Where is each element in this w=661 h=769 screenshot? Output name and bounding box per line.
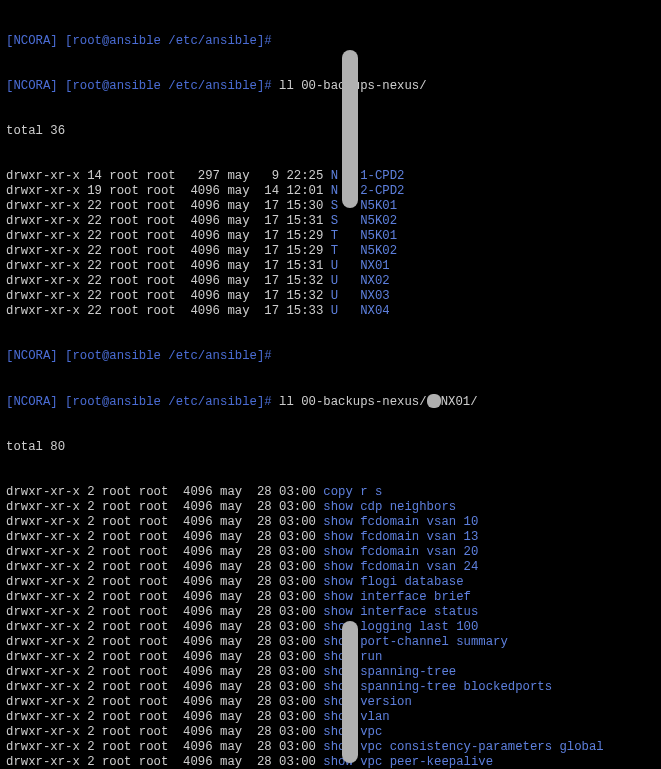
terminal[interactable]: [NCORA] [root@ansible /etc/ansible]# [NC… bbox=[0, 0, 661, 769]
command: ll 00-backups-nexus/NX01/ bbox=[279, 395, 478, 409]
redaction-pill bbox=[342, 621, 358, 763]
dir-name: show cdp neighbors bbox=[323, 500, 456, 514]
list-row: drwxr-xr-x 22 root root 4096 may 17 15:2… bbox=[6, 229, 655, 244]
list-row: drwxr-xr-x 22 root root 4096 may 17 15:3… bbox=[6, 274, 655, 289]
list-row: drwxr-xr-x 2 root root 4096 may 28 03:00… bbox=[6, 530, 655, 545]
dir-name: U NX01 bbox=[331, 259, 390, 273]
list-row: drwxr-xr-x 2 root root 4096 may 28 03:00… bbox=[6, 740, 655, 755]
list-row: drwxr-xr-x 2 root root 4096 may 28 03:00… bbox=[6, 545, 655, 560]
list-row: drwxr-xr-x 2 root root 4096 may 28 03:00… bbox=[6, 635, 655, 650]
list-row: drwxr-xr-x 22 root root 4096 may 17 15:3… bbox=[6, 199, 655, 214]
list-row: drwxr-xr-x 2 root root 4096 may 28 03:00… bbox=[6, 755, 655, 769]
dir-name: show fcdomain vsan 20 bbox=[323, 545, 478, 559]
redaction-pill bbox=[342, 50, 358, 208]
list-row: drwxr-xr-x 2 root root 4096 may 28 03:00… bbox=[6, 650, 655, 665]
list-row: drwxr-xr-x 2 root root 4096 may 28 03:00… bbox=[6, 680, 655, 695]
list-row: drwxr-xr-x 2 root root 4096 may 28 03:00… bbox=[6, 500, 655, 515]
list-row: drwxr-xr-x 2 root root 4096 may 28 03:00… bbox=[6, 665, 655, 680]
directory-listing: drwxr-xr-x 2 root root 4096 may 28 03:00… bbox=[6, 485, 655, 769]
list-row: drwxr-xr-x 22 root root 4096 may 17 15:2… bbox=[6, 244, 655, 259]
dir-name: show fcdomain vsan 13 bbox=[323, 530, 478, 544]
dir-name: T N5K01 bbox=[331, 229, 397, 243]
list-row: drwxr-xr-x 19 root root 4096 may 14 12:0… bbox=[6, 184, 655, 199]
list-row: drwxr-xr-x 2 root root 4096 may 28 03:00… bbox=[6, 590, 655, 605]
prompt-line: [NCORA] [root@ansible /etc/ansible]# ll … bbox=[6, 394, 655, 410]
list-row: drwxr-xr-x 22 root root 4096 may 17 15:3… bbox=[6, 304, 655, 319]
prompt-host: [NCORA] [root@ansible /etc/ansible]# bbox=[6, 34, 272, 48]
dir-name: copy r s bbox=[323, 485, 382, 499]
list-row: drwxr-xr-x 22 root root 4096 may 17 15:3… bbox=[6, 259, 655, 274]
list-row: drwxr-xr-x 2 root root 4096 may 28 03:00… bbox=[6, 560, 655, 575]
dir-name: U NX03 bbox=[331, 289, 390, 303]
list-row: drwxr-xr-x 22 root root 4096 may 17 15:3… bbox=[6, 289, 655, 304]
prompt-line: [NCORA] [root@ansible /etc/ansible]# bbox=[6, 34, 655, 49]
prompt-line: [NCORA] [root@ansible /etc/ansible]# ll … bbox=[6, 79, 655, 94]
list-row: drwxr-xr-x 14 root root 297 may 9 22:25 … bbox=[6, 169, 655, 184]
dir-name: U NX04 bbox=[331, 304, 390, 318]
prompt-host: [NCORA] [root@ansible /etc/ansible]# bbox=[6, 79, 272, 93]
dir-name: U NX02 bbox=[331, 274, 390, 288]
dir-name: show interface brief bbox=[323, 590, 471, 604]
dir-name: show vpc consistency-parameters global bbox=[323, 740, 603, 754]
redaction bbox=[427, 394, 441, 408]
total-line: total 80 bbox=[6, 440, 655, 455]
dir-name: show fcdomain vsan 24 bbox=[323, 560, 478, 574]
list-row: drwxr-xr-x 2 root root 4096 may 28 03:00… bbox=[6, 620, 655, 635]
list-row: drwxr-xr-x 2 root root 4096 may 28 03:00… bbox=[6, 485, 655, 500]
prompt-line: [NCORA] [root@ansible /etc/ansible]# bbox=[6, 349, 655, 364]
prompt-host: [NCORA] [root@ansible /etc/ansible]# bbox=[6, 349, 272, 363]
list-row: drwxr-xr-x 2 root root 4096 may 28 03:00… bbox=[6, 725, 655, 740]
dir-name: show interface status bbox=[323, 605, 478, 619]
list-row: drwxr-xr-x 2 root root 4096 may 28 03:00… bbox=[6, 695, 655, 710]
dir-name: T N5K02 bbox=[331, 244, 397, 258]
dir-name: S N5K01 bbox=[331, 199, 397, 213]
directory-listing: drwxr-xr-x 14 root root 297 may 9 22:25 … bbox=[6, 169, 655, 319]
list-row: drwxr-xr-x 2 root root 4096 may 28 03:00… bbox=[6, 605, 655, 620]
prompt-host: [NCORA] [root@ansible /etc/ansible]# bbox=[6, 395, 272, 409]
dir-name: show fcdomain vsan 10 bbox=[323, 515, 478, 529]
dir-name: S N5K02 bbox=[331, 214, 397, 228]
dir-name: show version bbox=[323, 695, 412, 709]
list-row: drwxr-xr-x 2 root root 4096 may 28 03:00… bbox=[6, 575, 655, 590]
list-row: drwxr-xr-x 22 root root 4096 may 17 15:3… bbox=[6, 214, 655, 229]
list-row: drwxr-xr-x 2 root root 4096 may 28 03:00… bbox=[6, 710, 655, 725]
list-row: drwxr-xr-x 2 root root 4096 may 28 03:00… bbox=[6, 515, 655, 530]
dir-name: show flogi database bbox=[323, 575, 463, 589]
total-line: total 36 bbox=[6, 124, 655, 139]
